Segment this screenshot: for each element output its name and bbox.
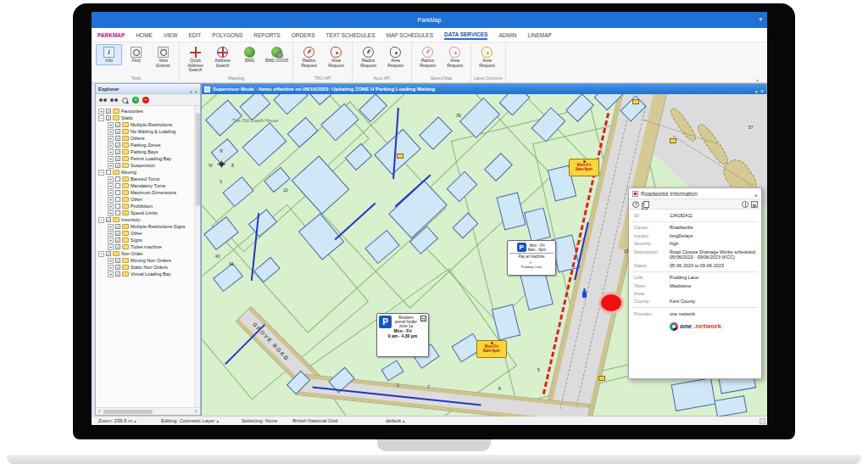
tree-item-ticket-machine[interactable]: +Ticket machine <box>96 243 194 250</box>
tree-item-favourites[interactable]: +Favourites <box>96 108 194 115</box>
expander-icon[interactable]: + <box>108 129 114 135</box>
tree-item-speed-limits[interactable]: +Speed Limits <box>96 210 194 216</box>
menu-tab-polygons[interactable]: POLYGONS <box>212 31 242 39</box>
expander-icon[interactable]: + <box>108 143 114 148</box>
status-item-british-national-grid[interactable]: British National Grid <box>292 418 337 423</box>
checkbox[interactable] <box>115 197 120 202</box>
checkbox[interactable] <box>115 183 120 188</box>
menu-tab-reports[interactable]: REPORTS <box>253 31 280 39</box>
yellow-restriction-sign[interactable]: Mon-Fri 8am-6pm <box>569 159 599 176</box>
ribbon-button-info[interactable]: Info <box>96 44 122 65</box>
expander-icon[interactable]: − <box>98 170 104 176</box>
menu-tab-home[interactable]: HOME <box>136 31 153 39</box>
expander-icon[interactable]: + <box>108 183 114 189</box>
checkbox[interactable] <box>106 115 111 120</box>
ribbon-button-find[interactable]: Find <box>123 44 149 65</box>
expander-icon[interactable]: + <box>108 238 114 243</box>
tree-item-non-order[interactable]: −Non Order <box>96 250 194 257</box>
scroll-left-icon[interactable] <box>96 408 103 415</box>
expander-icon[interactable]: + <box>108 136 114 142</box>
checkbox[interactable] <box>106 217 111 222</box>
expander-icon[interactable]: + <box>108 190 114 196</box>
checkbox[interactable] <box>115 129 120 134</box>
checkbox[interactable] <box>115 156 120 161</box>
checkbox[interactable] <box>115 210 120 215</box>
tree-item-parking-bays[interactable]: +Parking Bays <box>96 148 194 155</box>
tree-item-static-non-orders[interactable]: +Static Non Orders <box>96 264 194 271</box>
checkbox[interactable] <box>115 204 120 209</box>
scroll-right-icon[interactable] <box>192 408 200 415</box>
expander-icon[interactable]: + <box>108 231 114 237</box>
expander-icon[interactable]: − <box>98 217 104 223</box>
checkbox[interactable] <box>115 136 120 141</box>
menu-tab-map-schedules[interactable]: MAP SCHEDULES <box>387 31 434 39</box>
menu-tab-parkmap[interactable]: PARKMAP <box>97 31 125 39</box>
expander-icon[interactable]: + <box>108 204 114 210</box>
help-icon[interactable] <box>632 201 639 208</box>
menu-tab-orders[interactable]: ORDERS <box>292 31 315 39</box>
ribbon-button-quick-address-search[interactable]: Quick Address Search <box>182 44 209 75</box>
ribbon-button-bms-on-off[interactable]: BMS On/Off <box>264 44 290 65</box>
explorer-horizontal-scrollbar[interactable] <box>96 407 200 415</box>
expander-icon[interactable]: + <box>108 122 114 128</box>
remove-circle-icon[interactable] <box>142 97 149 103</box>
checkbox[interactable] <box>115 190 120 195</box>
checkbox[interactable] <box>115 176 120 182</box>
titlebar-caret-icon[interactable] <box>759 16 762 23</box>
export-icon[interactable] <box>751 201 758 208</box>
expander-icon[interactable]: + <box>108 265 114 271</box>
checkbox[interactable] <box>115 224 120 229</box>
menu-tab-linemap[interactable]: LINEMAP <box>527 31 552 39</box>
checkbox[interactable] <box>115 149 120 154</box>
expander-icon[interactable]: − <box>98 251 104 257</box>
expander-icon[interactable]: − <box>98 115 104 121</box>
ribbon-button-bms[interactable]: BMS <box>236 44 263 65</box>
ribbon-button-address-search[interactable]: Address Search <box>209 44 236 70</box>
scrollbar-thumb[interactable] <box>103 410 153 414</box>
expander-icon[interactable]: + <box>108 210 114 216</box>
ribbon-button-radius-request[interactable]: Radius Request <box>355 44 381 70</box>
tree-item-signs[interactable]: +Signs <box>96 237 194 243</box>
expander-icon[interactable]: + <box>108 271 114 277</box>
locate-icon[interactable] <box>742 201 748 208</box>
roadworks-marker-icon[interactable] <box>598 292 624 314</box>
explorer-vertical-scrollbar[interactable] <box>194 106 200 407</box>
menu-tab-view[interactable]: VIEW <box>164 31 178 39</box>
expander-icon[interactable]: + <box>108 149 114 155</box>
binoculars-icon[interactable] <box>99 97 107 103</box>
tree-item-virtual-loading-bay[interactable]: +Virtual Loading Bay <box>96 271 194 277</box>
checkbox[interactable] <box>115 231 120 236</box>
tree-item-static[interactable]: −Static <box>96 115 194 121</box>
tree-item-mandatory-turns[interactable]: +Mandatory Turns <box>96 182 194 189</box>
pedestrian-marker-icon[interactable] <box>582 291 587 298</box>
parking-sign-pay-at-machine[interactable]: P Mon - Fri 8am - 6pm Pay at machine ← P… <box>507 240 556 276</box>
tree-item-banned-turns[interactable]: +Banned Turns <box>96 176 194 182</box>
ribbon-button-area-request[interactable]: Area Request <box>323 44 349 70</box>
expander-icon[interactable]: + <box>108 258 114 264</box>
checkbox[interactable] <box>106 109 111 114</box>
tree-item-parking-zones[interactable]: +Parking Zones <box>96 142 194 148</box>
tree-item-no-waiting-loading[interactable]: +No Waiting & Loading <box>96 128 194 135</box>
tree-item-multiple-restrictions-signs[interactable]: +Multiple Restrictions Signs <box>96 223 194 230</box>
tree-item-moving-non-orders[interactable]: +Moving Non Orders <box>96 257 194 264</box>
status-item-zoom-239-5-m[interactable]: Zoom: 239.5 m▴ <box>98 418 136 423</box>
resize-grip[interactable] <box>760 418 765 424</box>
ribbon-button-area-request[interactable]: Area Request <box>474 44 500 70</box>
tree-item-maximum-dimensions[interactable]: +Maximum Dimensions <box>96 189 194 196</box>
scale-icon[interactable] <box>121 97 129 103</box>
status-item-selecting-none[interactable]: Selecting: None <box>242 418 277 423</box>
tree-item-multiple-restrictions[interactable]: +Multiple Restrictions <box>96 121 194 128</box>
close-icon[interactable] <box>194 81 198 97</box>
checkbox[interactable] <box>115 258 120 263</box>
checkbox[interactable] <box>115 122 120 127</box>
checkbox[interactable] <box>115 271 120 277</box>
tree-item-permit-loading-bay[interactable]: +Permit Loading Bay <box>96 155 194 162</box>
expander-icon[interactable]: + <box>108 163 114 169</box>
scrollbar-thumb[interactable] <box>196 113 200 206</box>
checkbox[interactable] <box>115 265 120 270</box>
tree-item-prohibition[interactable]: +Prohibition <box>96 203 194 210</box>
checkbox[interactable] <box>115 244 120 249</box>
expander-icon[interactable]: + <box>108 197 114 203</box>
checkbox[interactable] <box>115 143 120 148</box>
tree-item-inventory[interactable]: −Inventory <box>96 216 194 223</box>
